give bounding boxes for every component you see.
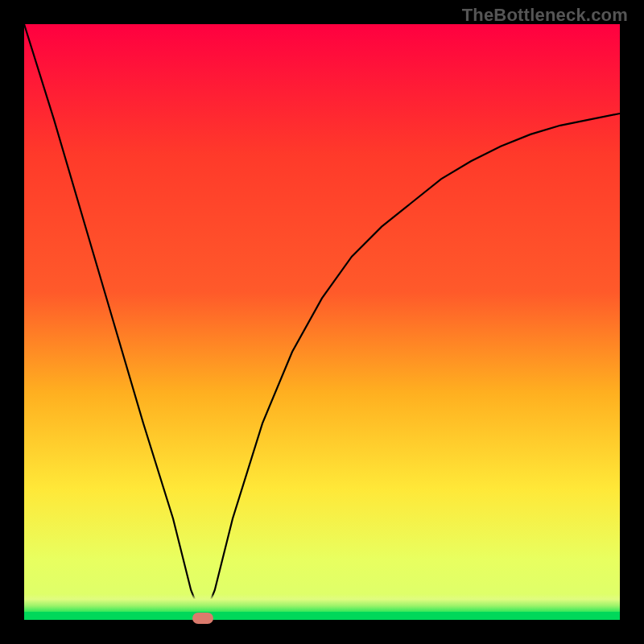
watermark-text: TheBottleneck.com [462,5,628,26]
bottleneck-chart [0,0,644,644]
chart-frame: TheBottleneck.com [0,0,644,644]
